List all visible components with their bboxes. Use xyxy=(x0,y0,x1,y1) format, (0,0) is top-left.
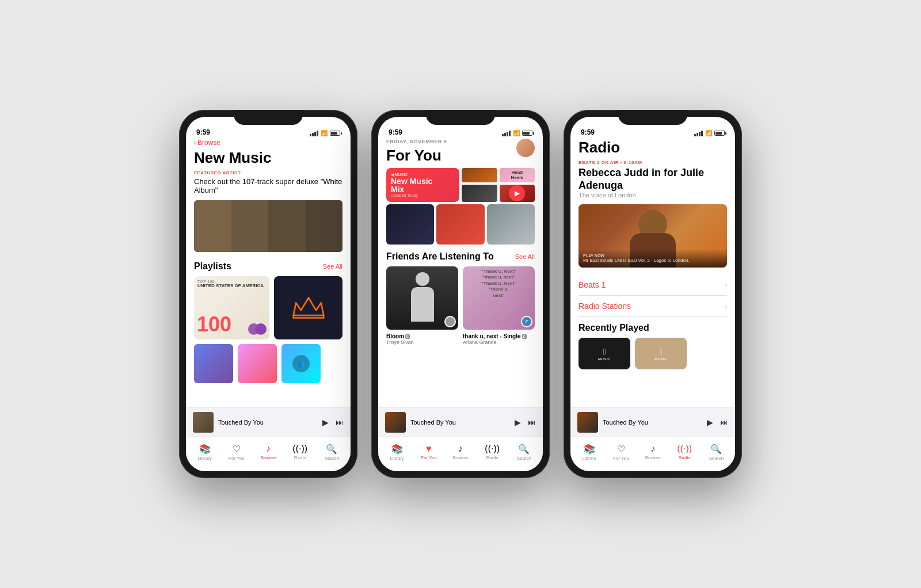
nav-foryou-label: For You xyxy=(229,456,245,461)
explicit-badge-ariana: E xyxy=(522,334,527,339)
nav-library-label-3: Library xyxy=(582,456,596,461)
beatle-4 xyxy=(306,200,343,252)
signal-icon xyxy=(310,131,318,136)
signal-icon-2 xyxy=(502,131,511,136)
ariana-info: thank u, next - Single E Ariana Grande xyxy=(463,333,535,345)
mini-player-radio[interactable]: Touched By You ▶ ⏭ xyxy=(570,407,735,437)
phones-container: 9:59 📶 xyxy=(179,110,742,478)
search-icon-3: 🔍 xyxy=(710,444,722,455)
mini-player-art-1 xyxy=(193,412,214,433)
beats1-link[interactable]: Beats 1 › xyxy=(579,274,727,296)
friends-see-all[interactable]: See All xyxy=(515,253,535,260)
bottom-thumb-3 xyxy=(487,204,535,245)
radio-artist-image[interactable]: PLAY NOW Mr Eazi details Life is Eazi Vo… xyxy=(579,204,727,268)
playlist-thumb-3[interactable]: 👥 xyxy=(281,344,321,383)
radio-stations-label: Radio Stations xyxy=(579,301,631,311)
playlists-see-all[interactable]: See All xyxy=(323,263,342,270)
nav-radio-browse[interactable]: ((·)) Radio xyxy=(284,444,316,460)
nav-search-browse[interactable]: 🔍 Search xyxy=(316,444,348,461)
battery-icon-2 xyxy=(522,131,532,136)
nav-browse-label-3: Browse xyxy=(645,455,661,460)
nav-library-radio[interactable]: 📚 Library xyxy=(573,444,605,461)
playlist-thumb-1[interactable] xyxy=(194,344,233,383)
skip-button-3[interactable]: ⏭ xyxy=(720,418,728,427)
nav-browse-foryou[interactable]: ♪ Browse xyxy=(444,444,476,460)
radio-host: Rebecca Judd in for Julie Adenuga xyxy=(579,167,727,192)
mix-thumb-2: HeadHeels xyxy=(500,168,535,182)
ariana-friend-avatar: F xyxy=(521,316,532,327)
recently-card-2[interactable]:  MUSIC xyxy=(635,338,687,369)
skip-button-2[interactable]: ⏭ xyxy=(528,418,536,427)
nav-library-foryou[interactable]: 📚 Library xyxy=(381,444,413,461)
top100-circles xyxy=(248,323,267,335)
browse-icon: ♪ xyxy=(266,444,271,454)
recently-card-1[interactable]:  MUSIC xyxy=(579,338,630,369)
radio-stations-link[interactable]: Radio Stations › xyxy=(579,296,727,317)
mini-player-foryou[interactable]: Touched By You ▶ ⏭ xyxy=(378,407,543,437)
play-button-2[interactable]: ▶ xyxy=(515,418,521,427)
nav-search-radio[interactable]: 🔍 Search xyxy=(701,444,732,461)
play-button-3[interactable]: ▶ xyxy=(707,418,713,427)
wifi-icon-3: 📶 xyxy=(705,130,712,136)
skip-button-1[interactable]: ⏭ xyxy=(336,418,344,427)
nav-radio-label-2: Radio xyxy=(486,455,498,460)
date-label: FRIDAY, NOVEMBER 9 xyxy=(386,139,535,144)
top100-card[interactable]: TOP 100 UNITED STATES OF AMERICA 100 xyxy=(194,276,269,339)
play-now-label: PLAY NOW xyxy=(583,254,722,258)
library-icon: 📚 xyxy=(199,444,211,455)
nav-library-browse[interactable]: 📚 Library xyxy=(189,444,220,461)
play-button-1[interactable]: ▶ xyxy=(322,418,329,427)
phone-frame-2: 9:59 📶 xyxy=(371,110,550,478)
beats1-label: Beats 1 xyxy=(579,280,606,289)
ariana-card[interactable]: "Thank U, Next""thank u, next""Thank U, … xyxy=(463,266,535,330)
chevron-back-icon: ‹ xyxy=(194,139,196,147)
play-button-mix[interactable]: ▶ xyxy=(509,185,525,201)
mini-player-art-2 xyxy=(385,412,406,433)
nav-radio-radio[interactable]: ((·)) Radio xyxy=(669,444,701,460)
mix-bottom-row xyxy=(386,204,535,245)
bloom-info: Bloom E Troye Sivan xyxy=(386,333,458,345)
mix-thumbs-grid: HeadHeels ▶ xyxy=(462,168,535,202)
top100-country: UNITED STATES OF AMERICA xyxy=(197,284,266,289)
phone-foryou: 9:59 📶 xyxy=(371,110,550,478)
nav-foryou-browse[interactable]: ♡ For You xyxy=(220,444,252,461)
beatle-2 xyxy=(231,200,269,252)
beats-label: BEATS 1 ON AIR • 8-10AM xyxy=(579,160,727,165)
bloom-card[interactable] xyxy=(386,266,458,330)
ariana-album: thank u, next - Single E xyxy=(463,333,535,339)
explicit-badge-bloom: E xyxy=(405,334,410,339)
status-icons-1: 📶 xyxy=(310,130,340,136)
search-icon-browse: 🔍 xyxy=(326,444,337,455)
nav-browse-browse[interactable]: ♪ Browse xyxy=(252,444,284,460)
back-label[interactable]: Browse xyxy=(197,139,220,147)
nav-search-label-2: Search xyxy=(517,456,531,461)
nav-foryou-foryou[interactable]: ♥ For You xyxy=(413,444,444,460)
neon-playlist-card[interactable] xyxy=(274,276,342,339)
mix-thumb-1 xyxy=(462,168,497,182)
thank-u-text: "Thank U, Next""thank u, next""Thank U, … xyxy=(463,266,535,301)
chevron-icon-stations: › xyxy=(725,302,727,310)
mini-player-title-3: Touched By You xyxy=(603,419,702,426)
mini-player-browse[interactable]: Touched By You ▶ ⏭ xyxy=(186,407,351,437)
playlists-row: TOP 100 UNITED STATES OF AMERICA 100 xyxy=(194,276,342,339)
nav-search-foryou[interactable]: 🔍 Search xyxy=(508,444,540,461)
radio-icon-browse: ((·)) xyxy=(292,444,307,454)
recently-played-cards:  MUSIC  MUSIC xyxy=(579,338,727,369)
nav-radio-foryou[interactable]: ((·)) Radio xyxy=(477,444,508,460)
profile-icon[interactable] xyxy=(516,139,535,157)
nav-browse-radio[interactable]: ♪ Browse xyxy=(637,444,668,460)
notch-1 xyxy=(234,110,303,125)
foryou-icon-2: ♥ xyxy=(426,444,432,454)
foryou-icon-3: ♡ xyxy=(617,444,625,455)
bloom-friend-avatar xyxy=(444,316,456,327)
ariana-artist: Ariana Grande xyxy=(463,339,535,345)
friends-section: Friends Are Listening To See All xyxy=(386,251,535,345)
playlist-thumb-2[interactable] xyxy=(238,344,277,383)
bottom-thumb-2 xyxy=(436,204,484,245)
new-music-mix-card[interactable]: ◀ MUSIC New MusicMix Updated Today xyxy=(386,168,459,202)
search-icon-2: 🔍 xyxy=(518,444,530,455)
foryou-scroll: FRIDAY, NOVEMBER 9 For You ◀ MUSIC New M… xyxy=(378,139,543,407)
nav-foryou-radio[interactable]: ♡ For You xyxy=(605,444,637,461)
nav-radio-label-3: Radio xyxy=(679,455,691,460)
back-link[interactable]: ‹ Browse xyxy=(194,139,342,147)
